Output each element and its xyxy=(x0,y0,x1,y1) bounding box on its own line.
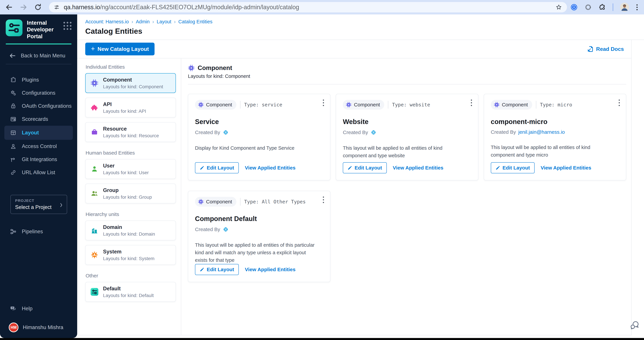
view-applied-entities-link[interactable]: View Applied Entities xyxy=(245,165,296,171)
card-menu-icon[interactable] xyxy=(470,98,473,107)
forward-icon[interactable] xyxy=(19,3,28,12)
layout-description: This layout will be applied to all entit… xyxy=(491,144,614,159)
layouts-panel: Component Layouts for kind: Component Co… xyxy=(181,58,631,335)
breadcrumb-layout[interactable]: Layout xyxy=(157,19,171,24)
avatar: HM xyxy=(9,322,18,332)
entity-kind-list: Individual Entities Component Layouts fo… xyxy=(77,58,181,335)
created-by: Created By jenil.jain@harness.io xyxy=(491,129,619,135)
extensions-puzzle-icon[interactable] xyxy=(598,4,606,11)
view-applied-entities-link[interactable]: View Applied Entities xyxy=(393,165,444,171)
browser-toolbar: qa.harness.io/ng/account/zEaak-FLS425IEO… xyxy=(0,0,644,14)
address-bar[interactable]: qa.harness.io/ng/account/zEaak-FLS425IEO… xyxy=(49,2,567,12)
chip-icon xyxy=(188,64,195,71)
harness-logo-icon xyxy=(370,129,377,136)
url-text: qa.harness.io/ng/account/zEaak-FLS425IEO… xyxy=(64,4,299,11)
pencil-icon xyxy=(496,166,500,170)
sidebar-item-access-control[interactable]: Access Control xyxy=(0,140,77,153)
puzzle-icon xyxy=(10,76,17,84)
layout-title: Service xyxy=(195,118,323,126)
password-manager-icon[interactable] xyxy=(570,4,578,11)
entity-item-system[interactable]: System Layouts for kind: System xyxy=(85,245,176,265)
chat-bubbles-icon[interactable] xyxy=(629,320,640,330)
product-title: Internal Developer Portal xyxy=(27,20,63,40)
sidebar-item-url-allow-list[interactable]: URL Allow List xyxy=(0,166,77,179)
extension-burst-icon[interactable] xyxy=(584,4,592,11)
sidebar-item-layout[interactable]: Layout xyxy=(4,126,73,140)
user-menu[interactable]: HM Himanshu Mishra xyxy=(0,322,77,332)
back-to-main-menu[interactable]: Back to Main Menu xyxy=(0,44,77,59)
sidebar-item-git-integrations[interactable]: Git Integrations xyxy=(0,153,77,166)
layout-card-website: Component Type: website Website Created … xyxy=(336,94,478,180)
site-settings-icon[interactable] xyxy=(54,4,60,10)
type-label: Type: service xyxy=(244,102,282,108)
pencil-icon xyxy=(348,166,352,170)
view-applied-entities-link[interactable]: View Applied Entities xyxy=(541,165,591,171)
read-docs-link[interactable]: Read Docs xyxy=(587,46,624,52)
briefcase-icon xyxy=(90,128,98,136)
user-name: Himanshu Mishra xyxy=(23,324,63,330)
puzzle-pink-icon xyxy=(90,104,98,112)
bookmark-star-icon[interactable] xyxy=(555,4,562,11)
browser-menu-icon[interactable] xyxy=(636,4,638,11)
sidebar-item-help[interactable]: ? Help xyxy=(0,302,77,315)
card-menu-icon[interactable] xyxy=(618,98,621,107)
breadcrumb-catalog-entities[interactable]: Catalog Entities xyxy=(178,19,212,24)
chevron-sep-icon: › xyxy=(174,19,176,24)
kind-badge: Component xyxy=(195,197,236,206)
card-menu-icon[interactable] xyxy=(322,98,325,107)
edit-layout-button[interactable]: Edit Layout xyxy=(195,162,239,173)
card-menu-icon[interactable] xyxy=(322,196,325,204)
group-label-hierarchy: Hierarchy units xyxy=(86,212,176,217)
toolbar: + New Catalog Layout Read Docs xyxy=(77,40,631,58)
edit-layout-button[interactable]: Edit Layout xyxy=(343,162,386,173)
main-content: Account: Harness.io › Admin › Layout › C… xyxy=(77,14,644,338)
back-icon[interactable] xyxy=(5,3,14,12)
type-label: Type: website xyxy=(392,102,430,108)
scorecard-icon xyxy=(10,116,17,123)
entity-item-api[interactable]: API Layouts for kind: API xyxy=(85,98,176,118)
module-grid-icon[interactable] xyxy=(63,21,72,30)
group-people-icon xyxy=(90,190,98,197)
creator-email-link[interactable]: jenil.jain@harness.io xyxy=(518,129,565,135)
group-label-human: Human based Entities xyxy=(86,150,176,156)
sidebar-divider xyxy=(6,64,72,64)
sidebar-item-scorecards[interactable]: Scorecards xyxy=(0,112,77,126)
chevron-sep-icon: › xyxy=(152,19,154,24)
entity-item-domain[interactable]: Domain Layouts for kind: Domain xyxy=(85,220,176,240)
breadcrumb-admin[interactable]: Admin xyxy=(136,19,150,24)
entity-item-default[interactable]: Default Layouts for kind: Default xyxy=(85,282,176,302)
layout-title: Component Default xyxy=(195,215,323,222)
created-by: Created By xyxy=(343,129,471,136)
entity-item-component[interactable]: Component Layouts for kind: Component xyxy=(85,73,176,93)
kind-badge: Component xyxy=(491,100,532,110)
entity-item-resource[interactable]: Resource Layouts for kind: Resource xyxy=(85,122,176,142)
view-applied-entities-link[interactable]: View Applied Entities xyxy=(245,267,296,272)
new-catalog-layout-button[interactable]: + New Catalog Layout xyxy=(85,43,154,56)
project-selector[interactable]: PROJECT Select a Project › xyxy=(10,195,67,214)
sidebar-item-oauth-configurations[interactable]: OAuth Configurations xyxy=(0,100,77,112)
kind-badge: Component xyxy=(195,100,236,110)
entity-item-user[interactable]: User Layouts for kind: User xyxy=(85,159,176,179)
kind-subtitle: Layouts for kind: Component xyxy=(188,74,626,79)
edit-layout-button[interactable]: Edit Layout xyxy=(195,264,239,275)
sidebar-item-plugins[interactable]: Plugins xyxy=(0,73,77,86)
harness-logo-icon xyxy=(222,226,229,232)
refresh-icon[interactable] xyxy=(34,3,42,12)
idp-default-icon xyxy=(90,288,98,296)
entity-item-group[interactable]: Group Layouts for kind: Group xyxy=(85,184,176,204)
sidebar-item-configurations[interactable]: Configurations xyxy=(0,86,77,100)
breadcrumb-account[interactable]: Account: Harness.io xyxy=(85,19,129,24)
type-label: Type: micro xyxy=(540,102,572,108)
edit-layout-button[interactable]: Edit Layout xyxy=(491,162,534,173)
layout-description: This layout will be applied to all entit… xyxy=(195,241,318,264)
pencil-icon xyxy=(200,267,204,272)
svg-text:?: ? xyxy=(12,306,13,309)
created-by: Created By xyxy=(195,226,323,232)
created-by: Created By xyxy=(195,129,323,136)
kind-badge: Component xyxy=(343,100,384,110)
sidebar: Internal Developer Portal Back to Main M… xyxy=(0,14,77,338)
arrow-left-icon xyxy=(9,52,16,59)
sidebar-item-pipelines[interactable]: Pipelines xyxy=(0,225,77,238)
browser-profile-avatar[interactable] xyxy=(620,3,629,12)
chip-icon xyxy=(198,199,204,204)
